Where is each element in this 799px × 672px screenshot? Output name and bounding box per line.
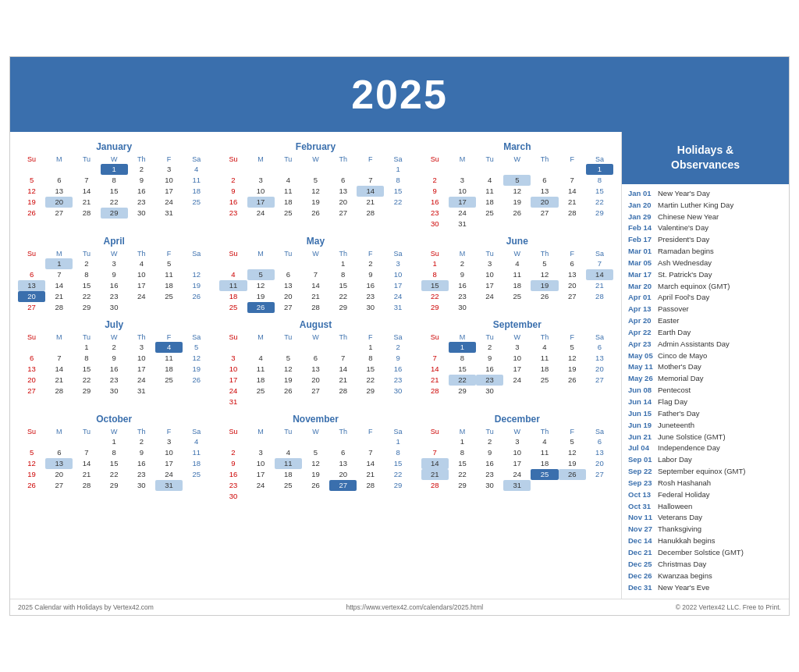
calendar-day: 8 — [101, 447, 128, 458]
calendar-day: 11 — [503, 269, 531, 280]
calendar-day: 23 — [476, 469, 503, 480]
holiday-name: Juneteenth — [658, 421, 694, 430]
holiday-item: Jan 01New Year's Day — [628, 189, 783, 198]
holiday-name: Rosh Hashanah — [658, 478, 711, 488]
calendar-day — [275, 342, 302, 353]
calendar-day: 17 — [384, 280, 411, 291]
calendar-day: 1 — [73, 342, 100, 353]
calendar-day: 3 — [503, 436, 531, 447]
calendar-day: 24 — [476, 291, 503, 302]
holiday-name: Christmas Day — [658, 560, 706, 569]
calendar-day: 27 — [586, 375, 613, 386]
holiday-date: Jan 01 — [628, 189, 658, 198]
calendar-day: 27 — [18, 302, 45, 313]
calendar-day — [384, 208, 411, 219]
calendar-table: SuMTuWThFSa12345678910111213141516171819… — [421, 427, 613, 491]
holiday-date: Jan 29 — [628, 212, 658, 222]
calendar-day: 3 — [128, 342, 155, 353]
calendar-day: 11 — [275, 458, 302, 469]
calendar-day: 15 — [449, 458, 476, 469]
holiday-item: Mar 17St. Patrick's Day — [628, 270, 783, 279]
calendar-day: 1 — [45, 258, 73, 269]
calendar-table: SuMTuWThFSa12345678910111213141516171819… — [18, 155, 210, 219]
holiday-name: Father's Day — [658, 409, 700, 418]
calendar-day: 14 — [45, 280, 73, 291]
calendar-day: 21 — [45, 291, 73, 302]
calendar-day: 15 — [329, 280, 357, 291]
calendar-day: 17 — [155, 186, 183, 197]
holiday-name: Earth Day — [658, 328, 691, 337]
calendar-table: SuMTuWThFSa12345678910111213141516171819… — [421, 332, 613, 396]
calendar-day: 8 — [449, 353, 476, 364]
calendar-day: 8 — [421, 269, 449, 280]
calendar-day — [183, 258, 210, 269]
calendar-day — [503, 386, 531, 396]
calendar-day: 10 — [384, 269, 411, 280]
holiday-name: Memorial Day — [658, 374, 704, 383]
holiday-date: Mar 17 — [628, 270, 658, 279]
calendar-day: 12 — [302, 458, 329, 469]
calendar-day: 17 — [449, 197, 476, 208]
calendar-day: 9 — [219, 458, 247, 469]
calendar-day — [421, 164, 449, 175]
calendar-day — [247, 491, 275, 502]
calendar-day: 11 — [183, 447, 210, 458]
calendar-day: 15 — [384, 186, 411, 197]
month-title: April — [18, 236, 210, 247]
calendar-day: 16 — [128, 458, 155, 469]
calendar-table: SuMTuWThFSa12345678910111213141516171819… — [18, 332, 210, 396]
calendar-day: 9 — [101, 269, 128, 280]
calendar-day: 2 — [421, 175, 449, 186]
calendar-day: 12 — [183, 353, 210, 364]
holiday-item: Dec 25Christmas Day — [628, 560, 783, 569]
calendar-day — [73, 436, 100, 447]
calendar-day: 19 — [247, 291, 275, 302]
calendar-table: SuMTuWThFSa12345678910111213141516171819… — [219, 427, 411, 502]
calendar-day: 19 — [18, 469, 45, 480]
calendar-day: 10 — [449, 186, 476, 197]
calendar-day: 12 — [302, 186, 329, 197]
holiday-item: Nov 11Veterans Day — [628, 513, 783, 522]
calendar-day: 25 — [476, 208, 503, 219]
holiday-item: Jul 04Independence Day — [628, 443, 783, 453]
calendar-day: 6 — [18, 269, 45, 280]
calendar-day: 4 — [155, 342, 183, 353]
sidebar: Holidays &Observances Jan 01New Year's D… — [621, 132, 789, 599]
calendar-day: 24 — [503, 469, 531, 480]
holiday-name: June Solstice (GMT) — [658, 432, 726, 442]
holiday-item: Mar 01Ramadan begins — [628, 247, 783, 256]
calendar-day: 25 — [155, 375, 183, 386]
month-september: SeptemberSuMTuWThFSa12345678910111213141… — [421, 319, 613, 407]
calendar-day: 7 — [586, 258, 613, 269]
month-title: May — [219, 236, 411, 247]
calendar-day — [586, 386, 613, 396]
calendar-day: 4 — [219, 269, 247, 280]
calendar-day: 26 — [247, 302, 275, 313]
calendar-day: 22 — [421, 291, 449, 302]
calendar-day: 21 — [357, 197, 384, 208]
calendar-day: 14 — [329, 364, 357, 375]
calendar-day: 20 — [275, 291, 302, 302]
calendar-table: SuMTuWThFSa12345678910111213141516171819… — [18, 249, 210, 313]
calendar-day: 14 — [586, 269, 613, 280]
calendar-day: 20 — [586, 364, 613, 375]
holiday-date: Nov 27 — [628, 524, 658, 534]
calendar-day: 31 — [449, 219, 476, 229]
calendar-day — [357, 491, 384, 502]
calendar-day — [275, 164, 302, 175]
holiday-item: May 11Mother's Day — [628, 362, 783, 372]
holiday-item: Dec 21December Solstice (GMT) — [628, 548, 783, 557]
calendar-day — [476, 164, 503, 175]
calendar-day: 16 — [357, 280, 384, 291]
calendar-day — [357, 164, 384, 175]
holiday-date: Feb 14 — [628, 223, 658, 233]
calendar-day — [302, 164, 329, 175]
calendar-day — [329, 396, 357, 407]
calendar-day: 5 — [247, 269, 275, 280]
calendar-day: 20 — [18, 375, 45, 386]
calendar-day: 30 — [357, 302, 384, 313]
holiday-item: Jan 20Martin Luther King Day — [628, 201, 783, 210]
calendar-day: 8 — [384, 447, 411, 458]
calendar-day: 20 — [586, 458, 613, 469]
holiday-name: Martin Luther King Day — [658, 201, 733, 210]
